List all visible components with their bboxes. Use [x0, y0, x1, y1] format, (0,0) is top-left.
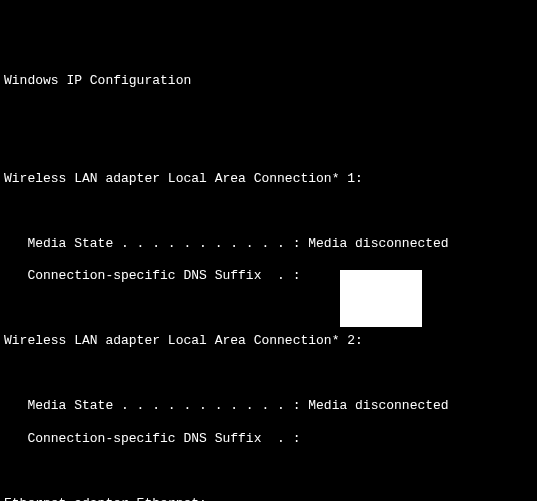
adapter-header: Ethernet adapter Ethernet: [4, 496, 533, 502]
adapter-detail: Media State . . . . . . . . . . . : Medi… [4, 398, 533, 414]
blank-line [4, 138, 533, 154]
redaction-overlay [340, 270, 422, 327]
blank-line [4, 463, 533, 479]
adapter-detail: Connection-specific DNS Suffix . : [4, 268, 533, 284]
ip-config-title: Windows IP Configuration [4, 73, 533, 89]
adapter-header: Wireless LAN adapter Local Area Connecti… [4, 333, 533, 349]
blank-line [4, 106, 533, 122]
adapter-detail: Connection-specific DNS Suffix . : [4, 431, 533, 447]
adapter-detail: Media State . . . . . . . . . . . : Medi… [4, 236, 533, 252]
adapter-header: Wireless LAN adapter Local Area Connecti… [4, 171, 533, 187]
blank-line [4, 301, 533, 317]
blank-line [4, 366, 533, 382]
blank-line [4, 203, 533, 219]
